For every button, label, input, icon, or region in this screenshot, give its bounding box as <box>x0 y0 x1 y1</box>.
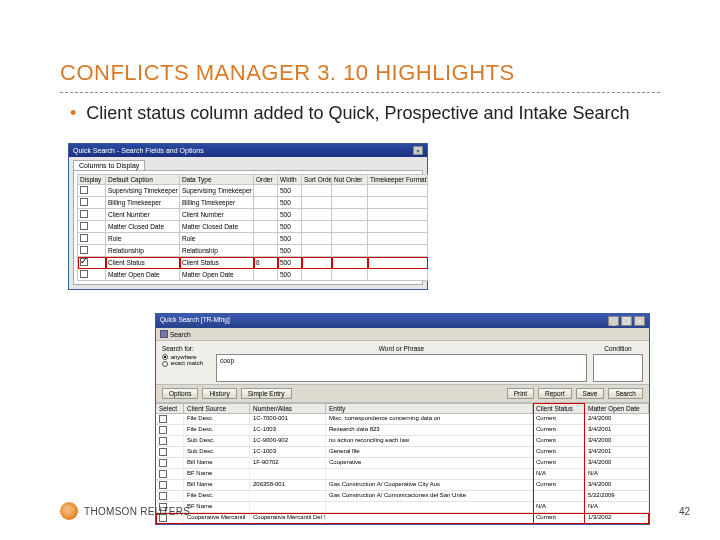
toolbar-search[interactable]: Search <box>160 330 191 338</box>
column-header[interactable]: Entity <box>326 404 533 413</box>
display-checkbox[interactable] <box>80 198 88 206</box>
table-row[interactable]: RelationshipRelationship500 <box>78 245 428 257</box>
slide-title: CONFLICTS MANAGER 3. 10 HIGHLIGHTS <box>60 60 660 93</box>
result-row[interactable]: Bill Name206358-001Gas Construction A/ C… <box>156 480 649 491</box>
display-checkbox[interactable] <box>80 186 88 194</box>
result-row[interactable]: Sub Desc.1C-1003General fileCurrent3/4/2… <box>156 447 649 458</box>
table-row[interactable]: Client NumberClient Number500 <box>78 209 428 221</box>
dialog-titlebar: Quick Search [TR-Mfng] _ ▢ × <box>156 314 649 328</box>
display-checkbox[interactable] <box>80 222 88 230</box>
search-button[interactable]: Search <box>608 388 643 399</box>
result-row[interactable]: File Desc.1C-7000-001Misc. correspondenc… <box>156 414 649 425</box>
select-checkbox[interactable] <box>159 437 167 445</box>
column-header[interactable]: Sort Order <box>302 175 332 185</box>
display-checkbox[interactable] <box>80 210 88 218</box>
dialog-titlebar: Quick Search - Search Fields and Options… <box>69 144 427 157</box>
column-header[interactable]: Client Status <box>533 404 585 413</box>
maximize-icon[interactable]: ▢ <box>621 316 632 326</box>
search-for-label: Search for: <box>162 345 210 352</box>
tab-columns-to-display[interactable]: Columns to Display <box>73 160 145 170</box>
table-row[interactable]: Supervising TimekeeperSupervising Timeke… <box>78 185 428 197</box>
column-header[interactable]: Client Source <box>184 404 250 413</box>
minimize-icon[interactable]: _ <box>608 316 619 326</box>
table-row[interactable]: Billing TimekeeperBilling Timekeeper500 <box>78 197 428 209</box>
column-header[interactable]: Default Caption <box>106 175 180 185</box>
dialog-title: Quick Search [TR-Mfng] <box>160 316 230 326</box>
condition-label: Condition <box>593 345 643 352</box>
result-row[interactable]: File Desc.Gas Construction A/ Comunicaci… <box>156 491 649 502</box>
logo-icon <box>60 502 78 520</box>
display-checkbox[interactable] <box>80 234 88 242</box>
result-row[interactable]: Sub Desc.1C-9000-902no action reconcilin… <box>156 436 649 447</box>
word-phrase-input[interactable]: coop <box>216 354 587 382</box>
select-checkbox[interactable] <box>159 492 167 500</box>
options-button[interactable]: Options <box>162 388 198 399</box>
select-checkbox[interactable] <box>159 448 167 456</box>
column-header[interactable]: Number/Alias <box>250 404 326 413</box>
column-header[interactable]: Display <box>78 175 106 185</box>
column-header[interactable]: Select <box>156 404 184 413</box>
brand-logo: THOMSON REUTERS <box>60 502 190 520</box>
word-phrase-label: Word or Phrase <box>216 345 587 352</box>
quick-search-options-dialog: Quick Search - Search Fields and Options… <box>68 143 428 290</box>
table-row[interactable]: Matter Closed DateMatter Closed Date500 <box>78 221 428 233</box>
column-header[interactable]: Timekeeper Format <box>368 175 428 185</box>
search-scope-radio[interactable] <box>162 361 168 367</box>
save-button[interactable]: Save <box>576 388 605 399</box>
display-checkbox[interactable] <box>80 258 88 266</box>
columns-grid: DisplayDefault CaptionData TypeOrderWidt… <box>77 174 428 281</box>
table-row[interactable]: Matter Open DateMatter Open Date500 <box>78 269 428 281</box>
result-row[interactable]: File Desc.1C-1003Research data 823Curren… <box>156 425 649 436</box>
column-header[interactable]: Width <box>278 175 302 185</box>
close-icon[interactable]: × <box>413 146 423 155</box>
bullet-item: • Client status column added to Quick, P… <box>70 101 660 125</box>
bullet-marker: • <box>70 101 76 125</box>
close-icon[interactable]: × <box>634 316 645 326</box>
table-row[interactable]: RoleRole500 <box>78 233 428 245</box>
report-button[interactable]: Report <box>538 388 572 399</box>
history-button[interactable]: History <box>202 388 236 399</box>
display-checkbox[interactable] <box>80 270 88 278</box>
select-checkbox[interactable] <box>159 459 167 467</box>
search-icon <box>160 330 168 338</box>
display-checkbox[interactable] <box>80 246 88 254</box>
dialog-title: Quick Search - Search Fields and Options <box>73 147 204 154</box>
quick-search-results-dialog: Quick Search [TR-Mfng] _ ▢ × Search Sear… <box>155 313 650 525</box>
page-number: 42 <box>679 506 690 517</box>
column-header[interactable]: Not Order <box>332 175 368 185</box>
simple-entry-button[interactable]: Simple Entry <box>241 388 292 399</box>
table-row[interactable]: Client StatusClient Status8500 <box>78 257 428 269</box>
column-header[interactable]: Order <box>254 175 278 185</box>
select-checkbox[interactable] <box>159 415 167 423</box>
print-button[interactable]: Print <box>507 388 534 399</box>
column-header[interactable]: Data Type <box>180 175 254 185</box>
result-row[interactable]: Bill Name1F-90702CooperativeCurrent3/4/2… <box>156 458 649 469</box>
column-header[interactable]: Matter Open Date <box>585 404 649 413</box>
toolbar: Search <box>156 328 649 341</box>
bullet-text: Client status column added to Quick, Pro… <box>86 101 629 125</box>
select-checkbox[interactable] <box>159 470 167 478</box>
toolbar-label: Search <box>170 331 191 338</box>
condition-input[interactable] <box>593 354 643 382</box>
brand-text: THOMSON REUTERS <box>84 506 190 517</box>
select-checkbox[interactable] <box>159 426 167 434</box>
result-row[interactable]: BF NameN/AN/A <box>156 469 649 480</box>
select-checkbox[interactable] <box>159 481 167 489</box>
